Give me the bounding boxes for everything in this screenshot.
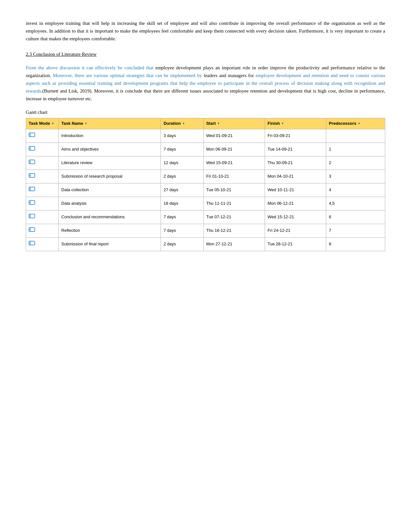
task-mode-icon [29,241,35,246]
task-mode-cell [26,156,59,170]
finish-cell: Tue 14-09-21 [265,143,326,156]
task-name-cell: Literature review [59,156,161,170]
conclusion-part2-black: leaders and managers for [202,73,254,78]
th-duration: Duration ▼ [161,118,203,129]
start-cell: Tue 07-12-21 [203,210,265,224]
task-mode-cell [26,224,59,237]
gantt-table: Task Mode ▼ Task Name ▼ Duration ▼ Start [26,118,385,251]
duration-cell: 2 days [161,237,203,251]
start-cell: Wed 15-09-21 [203,156,265,170]
duration-cell: 18 days [161,197,203,210]
task-name-cell: Introduction [59,129,161,143]
th-predecessors: Predecessors ▼ [326,118,385,129]
task-name-cell: Data analysis [59,197,161,210]
finish-cell: Mon 04-10-21 [265,170,326,183]
th-finish-label: Finish [268,120,280,127]
predecessors-cell: 3 [326,170,385,183]
task-mode-cell [26,237,59,251]
table-row: Introduction3 daysWed 01-09-21Fri 03-09-… [26,129,385,143]
th-duration-label: Duration [163,120,181,127]
finish-cell: Wed 10-11-21 [265,183,326,197]
duration-cell: 7 days [161,224,203,237]
table-row: Data collection27 daysTue 05-10-21Wed 10… [26,183,385,197]
predecessors-cell: 2 [326,156,385,170]
table-row: Conclusion and recommendations7 daysTue … [26,210,385,224]
task-mode-cell [26,143,59,156]
start-cell: Thu 16-12-21 [203,224,265,237]
start-cell: Mon 27-12-21 [203,237,265,251]
finish-cell: Mon 06-12-21 [265,197,326,210]
task-mode-icon [29,132,35,137]
task-mode-icon [29,159,35,164]
predecessors-cell: 4,5 [326,197,385,210]
finish-cell: Wed 15-12-21 [265,210,326,224]
start-cell: Fri 01-10-21 [203,170,265,183]
start-cell: Mon 06-09-21 [203,143,265,156]
start-cell: Tue 05-10-21 [203,183,265,197]
table-row: Submission of final report2 daysMon 27-1… [26,237,385,251]
conclusion-part3-black: .(Burnett and Lisk, 2019). Moreover, it … [26,88,385,101]
conclusion-part1-blue: From the above discussion it can effecti… [26,65,153,70]
start-arrow: ▼ [217,121,220,126]
predecessors-arrow: ▼ [358,121,361,126]
duration-cell: 7 days [161,143,203,156]
predecessors-cell [326,129,385,143]
task-mode-icon [29,186,35,192]
th-start-label: Start [206,120,216,127]
section-heading: 2.3 Conclusion of Literature Review [26,50,385,58]
task-name-arrow: ▼ [84,121,87,126]
task-mode-cell [26,197,59,210]
predecessors-cell: 6 [326,210,385,224]
table-row: Data analysis18 daysThu 11-11-21Mon 06-1… [26,197,385,210]
task-mode-icon [29,213,35,219]
task-name-cell: Submission of final report [59,237,161,251]
finish-cell: Tue 28-12-21 [265,237,326,251]
table-row: Reflection7 daysThu 16-12-21Fri 24-12-21… [26,224,385,237]
task-mode-icon [29,200,35,205]
finish-cell: Thu 30-09-21 [265,156,326,170]
duration-cell: 3 days [161,129,203,143]
conclusion-paragraph: From the above discussion it can effecti… [26,64,385,103]
th-start: Start ▼ [203,118,265,129]
conclusion-part2-blue: Moreover, there are various optimal stra… [51,73,202,78]
task-mode-icon [29,227,35,232]
th-task-name-label: Task Name [61,120,83,127]
duration-cell: 7 days [161,210,203,224]
th-task-mode: Task Mode ▼ [26,118,59,129]
duration-arrow: ▼ [182,121,185,126]
intro-paragraph: invest in employee training that will he… [26,19,385,43]
th-task-name: Task Name ▼ [59,118,161,129]
task-name-cell: Data collection [59,183,161,197]
predecessors-cell: 8 [326,237,385,251]
task-mode-cell [26,129,59,143]
task-mode-icon [29,173,35,178]
th-predecessors-label: Predecessors [329,120,356,127]
start-cell: Thu 11-11-21 [203,197,265,210]
task-name-cell: Aims and objectives [59,143,161,156]
finish-arrow: ▼ [281,121,284,126]
duration-cell: 12 days [161,156,203,170]
predecessors-cell: 7 [326,224,385,237]
table-row: Aims and objectives7 daysMon 06-09-21Tue… [26,143,385,156]
predecessors-cell: 4 [326,183,385,197]
predecessors-cell: 1 [326,143,385,156]
table-row: Submission of research proposal2 daysFri… [26,170,385,183]
task-name-cell: Conclusion and recommendations [59,210,161,224]
duration-cell: 27 days [161,183,203,197]
th-task-mode-label: Task Mode [29,120,50,127]
th-finish: Finish ▼ [265,118,326,129]
task-mode-icon [29,146,35,151]
duration-cell: 2 days [161,170,203,183]
finish-cell: Fri 24-12-21 [265,224,326,237]
task-name-cell: Reflection [59,224,161,237]
gantt-label: Gantt chart [26,108,385,116]
start-cell: Wed 01-09-21 [203,129,265,143]
finish-cell: Fri 03-09-21 [265,129,326,143]
task-mode-cell [26,170,59,183]
task-mode-arrow: ▼ [51,121,54,126]
task-mode-cell [26,210,59,224]
table-row: Literature review12 daysWed 15-09-21Thu … [26,156,385,170]
task-name-cell: Submission of research proposal [59,170,161,183]
task-mode-cell [26,183,59,197]
